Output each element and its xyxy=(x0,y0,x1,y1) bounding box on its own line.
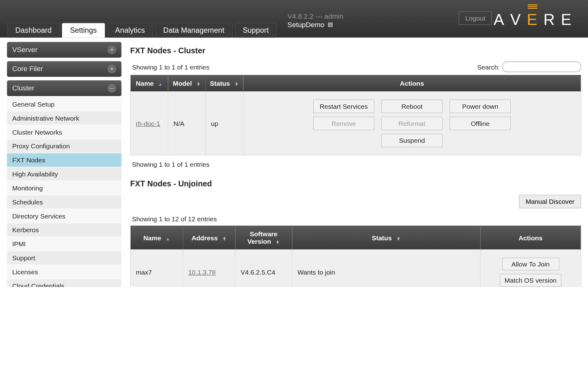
plus-icon: + xyxy=(108,65,116,73)
col-actions-label: Actions xyxy=(518,234,542,241)
settings-sidebar: VServer + Core Filer + Cluster – General… xyxy=(7,42,121,287)
dropdown-icon[interactable]: ▤ xyxy=(328,21,333,28)
col-model-label: Model xyxy=(173,79,192,87)
version-text: V4.8.2.2 --- admin xyxy=(287,12,343,21)
sidebar-item-general-setup[interactable]: General Setup xyxy=(7,97,121,111)
tab-analytics[interactable]: Analytics xyxy=(107,23,153,38)
sidebar-item-kerberos[interactable]: Kerberos xyxy=(7,223,121,237)
sidebar-item-proxy-config[interactable]: Proxy Configuration xyxy=(7,139,121,153)
node-swver: V4.6.2.5.C4 xyxy=(235,250,292,287)
tab-support[interactable]: Support xyxy=(234,23,277,38)
reboot-button[interactable]: Reboot xyxy=(381,99,442,113)
sort-icon xyxy=(196,82,200,86)
remove-button[interactable]: Remove xyxy=(313,117,374,130)
unjoined-table: Name ▲ Address Software Version Stat xyxy=(130,225,581,287)
search-label: Search: xyxy=(477,63,500,70)
tab-data-management[interactable]: Data Management xyxy=(155,23,233,38)
setup-name[interactable]: SetupDemo xyxy=(287,21,324,29)
sidebar-section-corefiler[interactable]: Core Filer + xyxy=(7,61,121,77)
sort-icon xyxy=(234,82,239,86)
sidebar-section-title: VServer xyxy=(12,46,37,54)
col-actions: Actions xyxy=(243,75,581,91)
sidebar-section-title: Core Filer xyxy=(12,65,43,73)
sort-asc-icon: ▲ xyxy=(166,236,170,241)
sidebar-item-fxt-nodes[interactable]: FXT Nodes xyxy=(7,153,121,167)
unjoined-heading: FXT Nodes - Unjoined xyxy=(130,180,581,189)
match-os-version-button[interactable]: Match OS version xyxy=(500,274,561,287)
cluster-row: rh-doc-1 N/A up Restart Services Reboot … xyxy=(130,92,581,156)
sidebar-item-cluster-networks[interactable]: Cluster Networks xyxy=(7,125,121,139)
node-status: up xyxy=(205,92,243,156)
reformat-button[interactable]: Reformat xyxy=(381,117,442,130)
search-input[interactable] xyxy=(502,62,581,72)
sort-icon xyxy=(222,236,227,240)
col-status-label: Status xyxy=(210,79,230,87)
logo-letter: V xyxy=(510,11,527,29)
col-status[interactable]: Status xyxy=(292,226,480,250)
top-bar: Logout A V E R E V4.8.2.2 --- admin Setu… xyxy=(0,0,588,38)
cluster-table: Name ▲ Model Status Actions xyxy=(130,75,581,156)
sort-icon xyxy=(276,240,280,244)
logo-letter-accent: E xyxy=(527,11,543,29)
logo-letter: R xyxy=(543,11,561,29)
cluster-heading: FXT Nodes - Cluster xyxy=(130,46,581,55)
col-address-label: Address xyxy=(191,234,218,241)
power-down-button[interactable]: Power down xyxy=(450,99,511,113)
sidebar-item-support[interactable]: Support xyxy=(7,251,121,265)
col-actions: Actions xyxy=(480,226,581,250)
col-status-label: Status xyxy=(372,234,392,241)
main-tabstrip: Dashboard Settings Analytics Data Manage… xyxy=(7,23,277,38)
sort-icon xyxy=(396,236,401,240)
col-actions-label: Actions xyxy=(400,79,424,87)
col-swver[interactable]: Software Version xyxy=(235,226,292,250)
node-name-link[interactable]: rh-doc-1 xyxy=(136,120,160,127)
col-name-label: Name xyxy=(143,234,161,241)
sidebar-item-schedules[interactable]: Schedules xyxy=(7,195,121,209)
node-model: N/A xyxy=(168,92,206,156)
sidebar-item-high-availability[interactable]: High Availability xyxy=(7,167,121,181)
col-swver-label: Software Version xyxy=(248,230,277,245)
logo-letter: A xyxy=(494,11,510,29)
unjoined-row: max710.1.3.78V4.6.2.5.C4Wants to joinAll… xyxy=(130,250,581,287)
cluster-showing-top: Showing 1 to 1 of 1 entries xyxy=(132,63,210,70)
logout-button[interactable]: Logout xyxy=(459,11,492,25)
sidebar-item-monitoring[interactable]: Monitoring xyxy=(7,181,121,195)
col-name-label: Name xyxy=(136,79,154,87)
logo-letter: E xyxy=(561,11,577,29)
unjoined-showing-top: Showing 1 to 12 of 12 entries xyxy=(132,215,217,223)
sidebar-cluster-body: General Setup Administrative Network Clu… xyxy=(7,97,121,287)
avere-logo: A V E R E xyxy=(494,11,577,29)
version-block: V4.8.2.2 --- admin SetupDemo ▤ xyxy=(287,12,343,29)
restart-services-button[interactable]: Restart Services xyxy=(313,99,374,113)
col-status[interactable]: Status xyxy=(205,75,243,91)
col-model[interactable]: Model xyxy=(168,75,206,91)
sidebar-item-ipmi[interactable]: IPMI xyxy=(7,237,121,251)
col-name[interactable]: Name ▲ xyxy=(130,75,168,91)
node-address-link[interactable]: 10.1.3.78 xyxy=(188,268,216,276)
sidebar-item-admin-network[interactable]: Administrative Network xyxy=(7,111,121,125)
allow-to-join-button[interactable]: Allow To Join xyxy=(502,258,559,271)
sidebar-item-directory-services[interactable]: Directory Services xyxy=(7,209,121,223)
sidebar-section-vserver[interactable]: VServer + xyxy=(7,42,121,58)
content-area: FXT Nodes - Cluster Showing 1 to 1 of 1 … xyxy=(130,42,581,287)
sidebar-section-cluster[interactable]: Cluster – xyxy=(7,80,121,96)
offline-button[interactable]: Offline xyxy=(450,117,511,130)
plus-icon: + xyxy=(108,46,116,54)
sidebar-item-cloud-credentials[interactable]: Cloud Credentials xyxy=(7,279,121,287)
sidebar-item-licenses[interactable]: Licenses xyxy=(7,265,121,279)
sidebar-section-title: Cluster xyxy=(12,84,34,92)
manual-discover-button[interactable]: Manual Discover xyxy=(519,195,581,208)
tab-dashboard[interactable]: Dashboard xyxy=(7,23,60,38)
node-status: Wants to join xyxy=(292,250,480,287)
col-address[interactable]: Address xyxy=(183,226,235,250)
suspend-button[interactable]: Suspend xyxy=(381,134,442,147)
col-name[interactable]: Name ▲ xyxy=(130,226,183,250)
minus-icon: – xyxy=(108,84,116,93)
cluster-showing-bottom: Showing 1 to 1 of 1 entries xyxy=(132,161,581,168)
node-name: max7 xyxy=(130,250,183,287)
tab-settings[interactable]: Settings xyxy=(62,23,105,38)
sort-asc-icon: ▲ xyxy=(158,82,162,86)
